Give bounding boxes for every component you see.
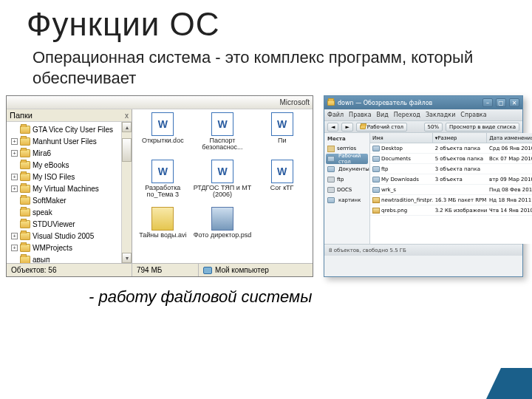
column-headers[interactable]: Имя ▾ Размер Дата изменения <box>370 133 532 143</box>
list-row[interactable]: ftp3 объекта папка <box>370 164 532 174</box>
folder-icon <box>20 173 30 181</box>
expand-icon[interactable]: + <box>11 174 18 180</box>
slide-title: Функции ОС <box>0 0 532 43</box>
tree-item-label: GTA Vice City User Files <box>33 126 113 134</box>
list-row[interactable]: My Downloads3 объектавтр 09 Мар 2010 _9:… <box>370 174 532 185</box>
slide-decoration <box>501 368 532 399</box>
close-icon[interactable]: x <box>125 112 129 120</box>
path-button[interactable]: Рабочий стол <box>356 123 407 132</box>
expand-icon[interactable]: + <box>11 245 18 251</box>
file-icon: W <box>211 112 233 136</box>
file-item[interactable]: WСог кТГ <box>253 160 311 205</box>
folder-icon <box>20 244 30 252</box>
expand-icon[interactable]: + <box>11 138 18 145</box>
menu-item[interactable]: Файл <box>327 112 344 118</box>
tree-item-label: My Virtual Machines <box>33 185 99 193</box>
file-item[interactable]: WРТДГОС ТЯП и МТ (2006) <box>194 160 252 205</box>
expand-icon[interactable]: + <box>11 185 18 192</box>
file-item[interactable]: WРазработка по_Тема 3 <box>134 160 192 205</box>
place-item[interactable]: ftp <box>326 174 368 185</box>
image-icon <box>372 208 380 214</box>
place-item[interactable]: Рабочий стол <box>326 154 368 164</box>
tree-item-label: My eBooks <box>33 161 69 169</box>
folder-icon <box>20 208 30 216</box>
drive-icon <box>327 177 335 183</box>
expand-icon[interactable]: + <box>11 233 18 239</box>
tree-item[interactable]: My eBooks <box>8 159 130 171</box>
col-size[interactable]: ▾ Размер <box>433 133 488 143</box>
tree-item-label: WMProjects <box>33 244 72 252</box>
explorer-toolbar: Microsoft <box>7 96 313 109</box>
tree-item[interactable]: +Mira6 <box>8 147 130 159</box>
tree-item[interactable]: GTA Vice City User Files <box>8 123 130 135</box>
scroll-thumb[interactable] <box>122 138 132 162</box>
minimize-button[interactable]: – <box>482 98 493 107</box>
file-label: Тайны воды.avi <box>139 232 186 239</box>
col-name[interactable]: Имя <box>370 133 433 143</box>
place-item[interactable]: картинк <box>326 195 368 205</box>
close-button[interactable]: ✕ <box>509 98 519 107</box>
folder-icon <box>20 137 30 146</box>
computer-icon <box>203 267 212 274</box>
folder-icon <box>20 185 30 193</box>
menu-item[interactable]: Вид <box>377 112 389 118</box>
tree-item[interactable]: +Manhunt User Files <box>8 135 130 147</box>
menu-item[interactable]: Переход <box>394 112 420 118</box>
place-item[interactable]: DOCS <box>326 185 368 195</box>
folder-icon <box>372 166 380 172</box>
status-object-count: Объектов: 56 <box>7 264 132 276</box>
maximize-button[interactable]: ▢ <box>496 98 506 107</box>
titlebar[interactable]: down — Обозреватель файлов – ▢ ✕ <box>324 96 522 109</box>
tree-item-label: Visual Studio 2005 <box>33 232 94 240</box>
tree-item[interactable]: +My ISO Files <box>8 171 130 183</box>
file-item[interactable]: WОткрытки.doc <box>134 112 192 158</box>
file-label: Открытки.doc <box>142 137 184 144</box>
back-button[interactable]: ◄ <box>327 123 338 132</box>
slide-caption: - работу файловой системы <box>0 277 532 307</box>
tree-item[interactable]: speak <box>8 206 130 218</box>
folder-icon <box>20 161 30 169</box>
list-row[interactable]: wrk_sПнд 08 Фев 2010 17:11 <box>370 185 532 195</box>
scroll-up-icon[interactable]: ▴ <box>122 122 132 132</box>
folder-icon <box>20 149 30 157</box>
file-list[interactable]: Имя ▾ Размер Дата изменения Desktop2 объ… <box>370 133 532 244</box>
tree-item[interactable]: SoftMaker <box>8 194 130 206</box>
window-icon <box>327 100 335 106</box>
menu-item[interactable]: Правка <box>349 112 371 118</box>
tree-item[interactable]: авып <box>8 253 130 263</box>
expand-icon[interactable]: + <box>11 150 18 157</box>
file-item[interactable]: WПаспорт безопаснос... <box>194 112 252 158</box>
list-row[interactable]: Documents5 объектов папкаВск 07 Мар 2010… <box>370 154 532 164</box>
tree-item-label: My ISO Files <box>33 173 75 181</box>
place-item[interactable]: Документы <box>326 164 368 174</box>
scrollbar-vertical[interactable]: ▴ ▾ <box>121 122 132 263</box>
view-mode-select[interactable]: Просмотр в виде списка <box>446 123 519 132</box>
tree-item[interactable]: STDUViewer <box>8 218 130 230</box>
list-row[interactable]: Desktop2 объекта папкаСрд 06 Янв 2010 19… <box>370 143 532 154</box>
folder-icon <box>20 256 30 264</box>
scroll-down-icon[interactable]: ▾ <box>122 253 132 263</box>
place-item[interactable]: serrrios <box>326 143 368 154</box>
file-icon: W <box>211 160 233 183</box>
tree-item[interactable]: +WMProjects <box>8 242 130 253</box>
tree-item-label: speak <box>33 208 52 216</box>
col-date[interactable]: Дата изменения <box>487 133 532 143</box>
file-item[interactable]: WПи <box>253 112 311 158</box>
zoom-control[interactable]: 50% <box>424 123 443 132</box>
menu-item[interactable]: Закладки <box>426 112 455 118</box>
forward-button[interactable]: ► <box>341 123 352 132</box>
folder-icon <box>360 125 366 129</box>
menu-bar[interactable]: ФайлПравкаВидПереходЗакладкиСправка <box>324 109 522 121</box>
list-row[interactable]: qrebs.png3.2 КБ изображение PNGЧтв 14 Ян… <box>370 205 532 216</box>
file-icon-area[interactable]: WОткрытки.docWПаспорт безопаснос...WПиWР… <box>132 109 313 263</box>
tree-item[interactable]: +Visual Studio 2005 <box>8 230 130 242</box>
folder-icon <box>20 126 30 134</box>
folders-pane-title: Папки <box>10 111 33 120</box>
status-bar: 8 объектов, свободно 5.5 ГБ <box>324 244 522 256</box>
nautilus-window: down — Обозреватель файлов – ▢ ✕ ФайлПра… <box>324 95 523 277</box>
file-item[interactable]: Тайны воды.avi <box>134 207 192 253</box>
menu-item[interactable]: Справка <box>460 112 486 118</box>
tree-item[interactable]: +My Virtual Machines <box>8 183 130 194</box>
file-item[interactable]: Фото директор.psd <box>194 207 252 253</box>
list-row[interactable]: newtradition_firstpr...16.3 МБ пакет RPM… <box>370 195 532 205</box>
